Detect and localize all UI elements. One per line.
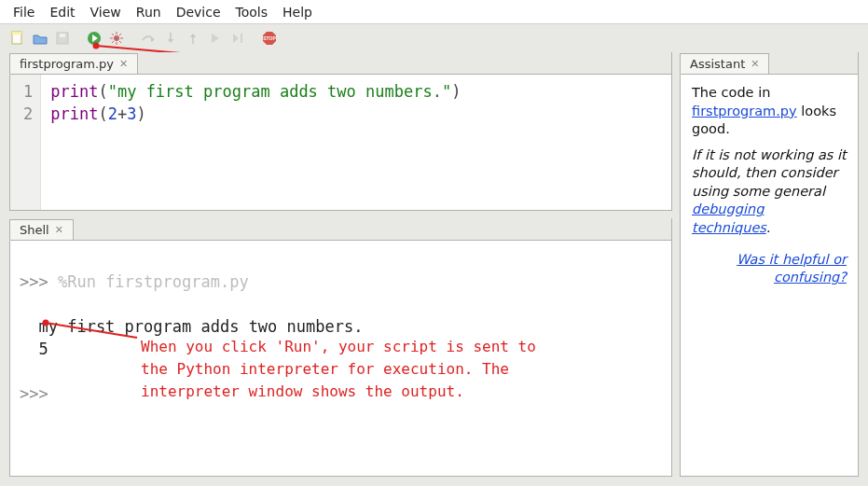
assistant-feedback-link[interactable]: Was it helpful or confusing? [692, 251, 847, 287]
code-editor[interactable]: 1 2 print("my first program adds two num… [10, 75, 671, 210]
menu-bar: File Edit View Run Device Tools Help [0, 0, 868, 24]
code-content[interactable]: print("my first program adds two numbers… [41, 75, 470, 210]
menu-item-file[interactable]: File [6, 2, 42, 22]
shell-tab[interactable]: Shell ✕ [9, 219, 74, 241]
editor-tab[interactable]: firstprogram.py ✕ [9, 53, 138, 75]
save-icon [54, 30, 71, 47]
shell-prompt: >>> [20, 272, 58, 291]
close-icon[interactable]: ✕ [55, 224, 63, 236]
new-file-icon[interactable] [9, 30, 26, 47]
shell-run-command: %Run firstprogram.py [58, 272, 249, 291]
svg-marker-18 [212, 34, 219, 43]
assistant-link-debugging[interactable]: debugging techniques [692, 201, 766, 235]
menu-item-help[interactable]: Help [275, 2, 320, 22]
open-file-icon[interactable] [32, 30, 48, 47]
shell-output-line: my first program adds two numbers. [20, 317, 363, 336]
run-icon[interactable] [86, 30, 103, 47]
line-number-gutter: 1 2 [10, 75, 41, 210]
svg-point-6 [114, 35, 119, 41]
assistant-link-file[interactable]: firstprogram.py [692, 104, 797, 118]
menu-item-run[interactable]: Run [129, 2, 169, 22]
step-into-icon [162, 30, 179, 47]
shell-output[interactable]: >>> %Run firstprogram.py my first progra… [10, 241, 671, 476]
menu-item-tools[interactable]: Tools [228, 2, 276, 22]
run-to-cursor-icon [229, 30, 246, 47]
svg-rect-1 [12, 32, 21, 35]
menu-item-view[interactable]: View [83, 2, 129, 22]
step-out-icon [185, 30, 201, 47]
svg-rect-3 [60, 34, 65, 37]
svg-line-11 [112, 34, 114, 35]
svg-text:STOP: STOP [263, 35, 276, 41]
menu-item-edit[interactable]: Edit [42, 2, 82, 22]
shell-output-line: 5 [20, 340, 48, 358]
svg-line-14 [112, 41, 114, 43]
shell-panel: Shell ✕ >>> %Run firstprogram.py my firs… [9, 218, 672, 477]
step-over-icon [140, 30, 157, 47]
svg-line-13 [119, 34, 121, 35]
shell-tab-label: Shell [20, 223, 49, 237]
shell-prompt: >>> [20, 384, 58, 403]
menu-item-device[interactable]: Device [169, 2, 228, 22]
close-icon[interactable]: ✕ [119, 58, 128, 70]
svg-rect-20 [241, 34, 242, 43]
svg-line-12 [119, 41, 121, 43]
svg-marker-19 [233, 34, 239, 43]
debug-icon[interactable] [108, 30, 125, 47]
assistant-panel: Assistant ✕ The code in firstprogram.py … [680, 52, 859, 477]
resume-icon [207, 30, 224, 47]
assistant-tab-label: Assistant [690, 57, 745, 71]
editor-tab-label: firstprogram.py [20, 57, 114, 71]
svg-marker-16 [168, 39, 173, 43]
main-layout: firstprogram.py ✕ 1 2 print("my first pr… [0, 52, 868, 486]
assistant-tab[interactable]: Assistant ✕ [680, 53, 769, 75]
toolbar: STOP [0, 24, 868, 52]
svg-marker-17 [190, 34, 196, 37]
stop-icon[interactable]: STOP [261, 30, 278, 47]
assistant-content: The code in firstprogram.py looks good. … [681, 75, 858, 297]
annotation-shell-explain: When you click 'Run', your script is sen… [141, 336, 536, 403]
editor-panel: firstprogram.py ✕ 1 2 print("my first pr… [9, 52, 672, 211]
close-icon[interactable]: ✕ [751, 58, 759, 70]
